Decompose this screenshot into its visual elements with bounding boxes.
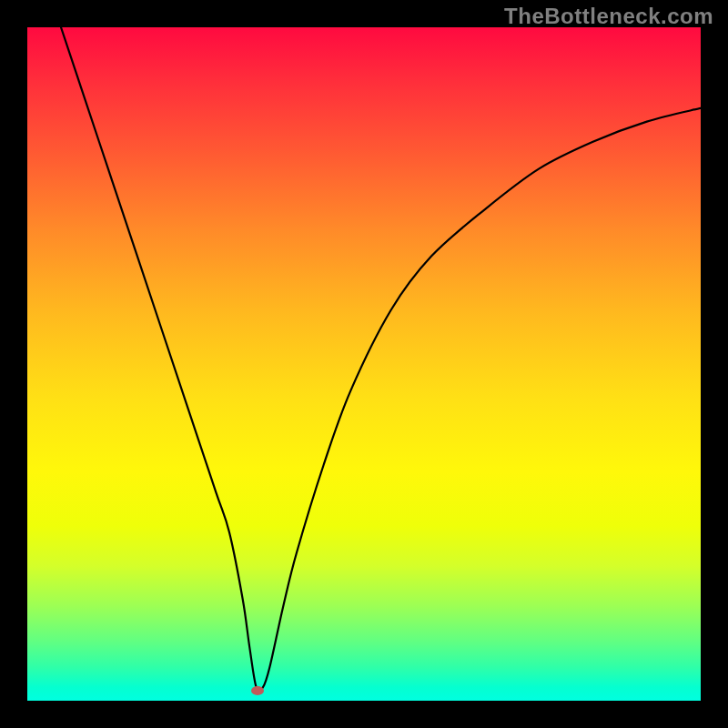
plot-area xyxy=(27,27,701,701)
watermark-text: TheBottleneck.com xyxy=(504,4,713,29)
minimum-marker xyxy=(251,686,264,695)
chart-frame: TheBottleneck.com xyxy=(0,0,728,728)
bottleneck-curve xyxy=(27,27,701,701)
